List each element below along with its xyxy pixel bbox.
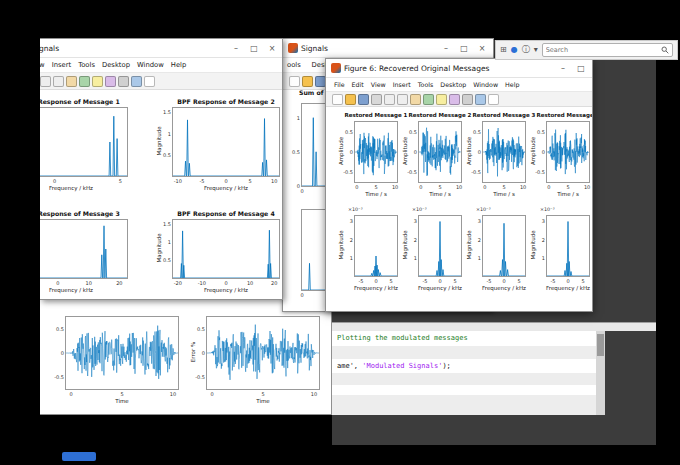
code-prefix: ame', — [337, 362, 362, 370]
menu-window[interactable]: Window — [137, 61, 164, 69]
menu-view[interactable]: View — [40, 61, 45, 69]
y-axis-label: Magnitude — [338, 223, 344, 267]
open-icon[interactable] — [345, 94, 356, 105]
fig6-titlebar[interactable]: Figure 6: Recovered Original Messages –□ — [326, 59, 592, 78]
y-axis-label: Error % — [190, 330, 196, 374]
y-tick-label: 0.5 — [49, 326, 64, 332]
axis-scale-label: ×10⁻³ — [476, 207, 491, 212]
x-tick-label: 0 — [413, 184, 429, 190]
plot-title: BPF Response of Message 2 — [150, 98, 283, 105]
axis-scale-label: ×10⁻³ — [412, 207, 427, 212]
menu-desktop[interactable]: Desktop — [102, 61, 130, 69]
apps-icon[interactable]: ⊞ — [500, 46, 507, 54]
x-tick-label: 5 — [112, 178, 128, 184]
editor-toolbar-strip — [332, 322, 656, 331]
search-box[interactable] — [542, 43, 673, 57]
matlab-icon — [288, 43, 298, 53]
info-icon[interactable]: ⓘ — [522, 46, 530, 54]
x-tick-label: 5 — [511, 278, 527, 284]
y-axis-label: Amplitude — [402, 129, 408, 173]
zoom-out-icon[interactable] — [397, 94, 408, 105]
legend-icon[interactable] — [144, 76, 155, 87]
plot-r4 — [546, 121, 590, 183]
colorbar-icon[interactable] — [475, 94, 486, 105]
zoom-out-icon[interactable] — [53, 76, 64, 87]
bpf-window-titlebar[interactable]: Filtered Signals –□× — [40, 39, 283, 58]
pan-icon[interactable] — [410, 94, 421, 105]
y-tick-label: -0.5 — [49, 374, 64, 380]
new-figure-icon[interactable] — [332, 94, 343, 105]
rotate-icon[interactable] — [79, 76, 90, 87]
x-tick-label: 0 — [294, 292, 310, 298]
maximize-button[interactable]: □ — [572, 59, 590, 78]
maximize-button[interactable]: □ — [245, 39, 263, 58]
y-axis-label: Amplitude — [530, 129, 536, 173]
minimize-button[interactable]: – — [554, 59, 572, 78]
y-tick-label: -0.5 — [190, 374, 205, 380]
colorbar-icon[interactable] — [131, 76, 142, 87]
caret-down-icon[interactable]: ▾ — [534, 46, 538, 54]
menu-insert[interactable]: Insert — [52, 61, 72, 69]
open-icon[interactable] — [302, 76, 313, 87]
menu-help[interactable]: Help — [505, 81, 519, 88]
editor-scrollbar-thumb[interactable] — [597, 334, 604, 356]
y-tick-label: 0 — [49, 350, 64, 356]
save-icon[interactable] — [358, 94, 369, 105]
menu-desktop[interactable]: Desktop — [440, 81, 466, 88]
signal-trace — [547, 216, 589, 276]
brush-icon[interactable] — [449, 94, 460, 105]
x-tick-label: 10 — [579, 184, 593, 190]
window-recovered-messages: Figure 6: Recovered Original Messages –□… — [325, 58, 593, 312]
menu-window[interactable]: Window — [473, 81, 498, 88]
menu-tools[interactable]: Tools — [78, 61, 95, 69]
legend-icon[interactable] — [488, 94, 499, 105]
minimize-button[interactable]: – — [437, 39, 455, 58]
new-figure-icon[interactable] — [289, 76, 300, 87]
close-button[interactable]: × — [263, 39, 281, 58]
sum-window-titlebar[interactable]: Signals –□× — [283, 39, 493, 58]
plot-r3 — [482, 121, 526, 183]
editor-scrollbar[interactable] — [596, 331, 605, 415]
x-tick-label: 0 — [432, 278, 448, 284]
rotate-icon[interactable] — [423, 94, 434, 105]
menu-view[interactable]: View — [371, 81, 386, 88]
signal-trace — [419, 216, 461, 276]
print-icon[interactable] — [371, 94, 382, 105]
sum-window-title: Signals — [301, 44, 328, 53]
editor-band — [332, 395, 596, 415]
plot-s2 — [418, 215, 462, 277]
link-plot-icon[interactable] — [118, 76, 129, 87]
menu-edit[interactable]: Edit — [352, 81, 364, 88]
x-tick-label: 0 — [541, 184, 557, 190]
y-axis-label: Magnitude — [466, 223, 472, 267]
taskbar-app-chip[interactable] — [62, 452, 96, 461]
minimize-button[interactable]: – — [227, 39, 245, 58]
close-button[interactable]: × — [473, 39, 491, 58]
menu-file[interactable]: File — [334, 81, 345, 88]
x-axis-label: Frequency / kHz — [40, 287, 128, 293]
x-tick-label: 10 — [306, 391, 322, 397]
x-tick-label: 0 — [560, 278, 576, 284]
x-tick-label: 10 — [242, 280, 258, 286]
data-cursor-icon[interactable] — [92, 76, 103, 87]
x-tick-label: -5 — [194, 178, 210, 184]
menu-help[interactable]: Help — [171, 61, 187, 69]
x-tick-label: -10 — [170, 178, 186, 184]
editor-pane[interactable]: Plotting the modulated messages ame', 'M… — [332, 331, 596, 415]
brush-icon[interactable] — [105, 76, 116, 87]
link-plot-icon[interactable] — [462, 94, 473, 105]
menu-tools[interactable]: Tools — [418, 81, 434, 88]
signal-trace — [355, 216, 397, 276]
data-cursor-icon[interactable] — [436, 94, 447, 105]
pan-icon[interactable] — [66, 76, 77, 87]
maximize-button[interactable]: □ — [455, 39, 473, 58]
x-tick-label: 5 — [432, 184, 448, 190]
x-tick-label: -5 — [417, 278, 433, 284]
zoom-in-icon[interactable] — [384, 94, 395, 105]
user-badge-icon[interactable]: ● — [511, 46, 518, 54]
menu-insert[interactable]: Insert — [393, 81, 411, 88]
plot-bpf1 — [40, 107, 128, 177]
zoom-in-icon[interactable] — [40, 76, 51, 87]
plot-bpf3 — [40, 219, 128, 279]
search-input[interactable] — [546, 46, 659, 54]
